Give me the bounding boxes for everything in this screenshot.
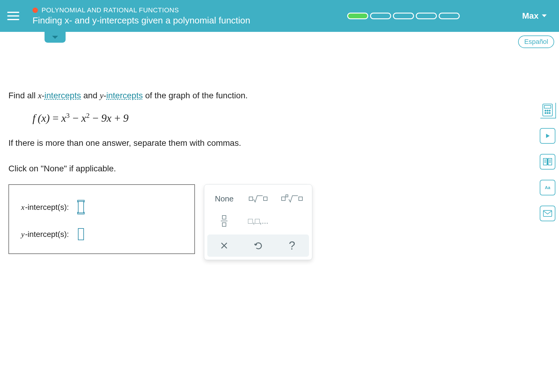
y-intercept-label: y -intercept(s): bbox=[21, 230, 69, 239]
undo-icon bbox=[254, 241, 263, 250]
placeholder-box-icon bbox=[222, 215, 226, 219]
language-button[interactable]: Español bbox=[518, 35, 554, 48]
book-button[interactable] bbox=[540, 154, 555, 170]
play-button[interactable] bbox=[540, 128, 555, 144]
user-menu[interactable]: Max bbox=[522, 11, 547, 21]
question-content: Find all x-intercepts and y-intercepts o… bbox=[0, 32, 361, 260]
x-icon bbox=[220, 242, 228, 250]
y-var: y bbox=[100, 91, 103, 100]
x-intercept-label: x -intercept(s): bbox=[21, 203, 69, 212]
placeholder-box-icon bbox=[222, 222, 226, 227]
placeholder-box-icon bbox=[263, 197, 267, 201]
user-name: Max bbox=[522, 11, 539, 21]
placeholder-box-icon bbox=[249, 197, 253, 201]
x-var: x bbox=[38, 91, 42, 100]
side-toolbar: Aa bbox=[540, 102, 555, 221]
keypad-nthroot-button[interactable] bbox=[275, 188, 309, 210]
header-titles: POLYNOMIAL AND RATIONAL FUNCTIONS Findin… bbox=[32, 6, 250, 26]
dropdown-tab[interactable] bbox=[45, 32, 66, 43]
chevron-down-icon bbox=[542, 14, 547, 18]
y-intercept-row: y -intercept(s): bbox=[21, 228, 182, 240]
keypad-help-button[interactable]: ? bbox=[275, 234, 309, 257]
math-keypad: None bbox=[204, 184, 312, 260]
play-icon bbox=[545, 133, 551, 139]
keypad-undo-button[interactable] bbox=[241, 234, 275, 257]
svg-point-5 bbox=[545, 112, 546, 114]
question-line-2: If there is more than one answer, separa… bbox=[8, 136, 353, 150]
keypad-fraction-button[interactable] bbox=[207, 210, 241, 232]
text: and bbox=[81, 91, 100, 100]
y-intercept-input[interactable] bbox=[78, 228, 84, 240]
topic-title: Finding x- and y-intercepts given a poly… bbox=[32, 15, 250, 26]
y-intercepts-link[interactable]: intercepts bbox=[106, 91, 143, 100]
aa-label: Aa bbox=[545, 185, 550, 190]
category-text: POLYNOMIAL AND RATIONAL FUNCTIONS bbox=[42, 6, 179, 14]
sqrt-icon bbox=[288, 194, 298, 203]
mail-button[interactable] bbox=[540, 206, 555, 221]
keypad-empty bbox=[275, 210, 309, 232]
answers-row: x -intercept(s): y -intercept(s): None bbox=[8, 184, 353, 260]
status-dot-icon bbox=[32, 8, 38, 13]
text: of the graph of the function. bbox=[143, 91, 248, 100]
placeholder-box-icon bbox=[286, 194, 288, 197]
question-line-1: Find all x-intercepts and y-intercepts o… bbox=[8, 89, 353, 103]
keypad-none-button[interactable]: None bbox=[207, 188, 241, 210]
equation: f (x) = x3 − x2 − 9x + 9 bbox=[32, 112, 353, 124]
text: Find all bbox=[8, 91, 38, 100]
progress-segment bbox=[439, 13, 460, 19]
sqrt-icon bbox=[253, 194, 263, 203]
text: -intercept(s): bbox=[25, 230, 69, 239]
placeholder-box-icon bbox=[281, 197, 286, 201]
svg-rect-8 bbox=[543, 210, 552, 216]
chevron-down-icon bbox=[51, 35, 59, 39]
svg-point-4 bbox=[549, 110, 550, 111]
svg-point-2 bbox=[545, 110, 546, 111]
mail-icon bbox=[543, 210, 552, 217]
category-label: POLYNOMIAL AND RATIONAL FUNCTIONS bbox=[32, 6, 250, 14]
x-intercept-row: x -intercept(s): bbox=[21, 201, 182, 213]
svg-rect-1 bbox=[544, 106, 551, 108]
progress-segment bbox=[347, 13, 368, 19]
question-line-3: Click on "None" if applicable. bbox=[8, 162, 353, 176]
svg-point-7 bbox=[549, 112, 550, 114]
x-intercept-input[interactable] bbox=[78, 201, 84, 213]
svg-point-3 bbox=[547, 110, 548, 111]
app-header: POLYNOMIAL AND RATIONAL FUNCTIONS Findin… bbox=[0, 0, 559, 32]
calculator-icon bbox=[542, 103, 553, 117]
keypad-sqrt-button[interactable] bbox=[241, 188, 275, 210]
text-size-button[interactable]: Aa bbox=[540, 180, 555, 195]
calculator-button[interactable] bbox=[540, 102, 555, 118]
keypad-clear-button[interactable] bbox=[207, 234, 241, 257]
progress-bar bbox=[347, 13, 460, 19]
menu-icon[interactable] bbox=[7, 9, 22, 23]
progress-segment bbox=[393, 13, 414, 19]
fraction-bar-icon bbox=[221, 221, 227, 221]
book-icon bbox=[543, 158, 552, 166]
placeholder-box-icon bbox=[298, 197, 303, 201]
answer-box: x -intercept(s): y -intercept(s): bbox=[8, 184, 195, 254]
svg-point-6 bbox=[547, 112, 548, 114]
x-intercepts-link[interactable]: intercepts bbox=[45, 91, 81, 100]
progress-segment bbox=[370, 13, 391, 19]
keypad-list-button[interactable]: □,□,... bbox=[241, 210, 275, 232]
text: -intercept(s): bbox=[25, 203, 69, 212]
progress-segment bbox=[416, 13, 437, 19]
